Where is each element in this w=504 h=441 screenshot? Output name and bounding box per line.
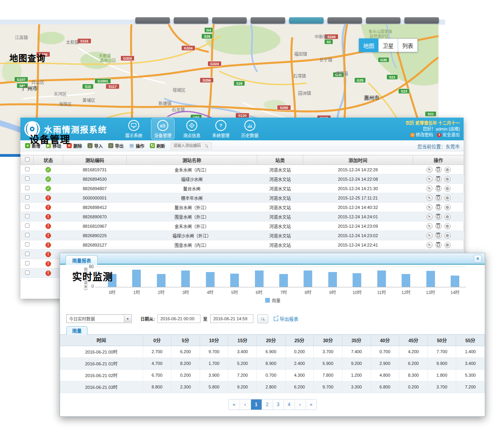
page-1-button[interactable]: 1 [251, 399, 262, 410]
row-checkbox[interactable] [25, 214, 29, 218]
nav-历史数据[interactable]: 历史数据 [238, 118, 262, 140]
window-tab[interactable] [251, 17, 285, 24]
toolbar-导入-button[interactable]: ↓导入 [87, 143, 103, 149]
map-control-列表[interactable]: 列表 [398, 38, 418, 52]
first-page-button[interactable]: « [229, 399, 240, 410]
gear-icon[interactable]: ⚙ [444, 242, 451, 248]
station-row[interactable]: ! 8816810967 金禾水闸（外江） 河道水文站 2015-12-24 1… [21, 221, 464, 231]
page-4-button[interactable]: 4 [284, 399, 295, 410]
row-checkbox[interactable] [25, 195, 29, 200]
window-tab[interactable] [289, 17, 324, 24]
window-tab[interactable] [212, 17, 247, 24]
rain-value: 4.800 [371, 369, 399, 381]
row-checkbox[interactable] [25, 252, 29, 256]
gear-icon[interactable]: ⚙ [444, 195, 451, 201]
nav-设备管理[interactable]: 设备管理 [151, 118, 175, 140]
map-control-地图[interactable]: 地图 [359, 38, 378, 52]
date-from-input[interactable] [157, 314, 200, 323]
row-checkbox[interactable] [25, 223, 29, 228]
trash-icon[interactable] [435, 167, 442, 173]
edit-icon[interactable]: ✎ [426, 167, 433, 173]
gear-icon[interactable]: ⚙ [444, 204, 451, 211]
edit-icon[interactable]: ✎ [426, 223, 433, 229]
gear-icon[interactable]: ⚙ [444, 167, 451, 173]
map-control-卫星[interactable]: 卫星 [378, 38, 398, 52]
logout-link[interactable]: 安全退出 [437, 132, 460, 138]
map-place-label: 石湾镇 [293, 73, 306, 78]
key-icon [410, 133, 415, 137]
window-tab[interactable] [174, 17, 208, 24]
row-checkbox[interactable] [25, 233, 29, 237]
edit-icon[interactable]: ✎ [426, 195, 433, 201]
tab-rain[interactable]: 雨量 [66, 326, 87, 335]
power-icon [437, 133, 441, 137]
station-row[interactable]: ! 8826890670 围垦水闸（外江） 河道水文站 2015-12-24 1… [21, 212, 464, 221]
window-tab[interactable] [328, 17, 362, 24]
rain-value: 3.300 [342, 381, 371, 393]
trash-icon[interactable] [435, 242, 442, 248]
next-page-button[interactable]: › [295, 399, 306, 410]
row-checkbox[interactable] [25, 242, 29, 247]
rain-value: 8.800 [143, 381, 171, 393]
chevron-down-icon[interactable]: ▼ [124, 315, 131, 322]
trash-icon[interactable] [435, 232, 442, 239]
row-checkbox[interactable] [25, 205, 29, 209]
page-3-button[interactable]: 3 [273, 399, 284, 410]
row-checkbox[interactable] [25, 176, 29, 181]
trash-icon[interactable] [435, 223, 442, 229]
gear-icon[interactable]: ⚙ [444, 214, 451, 220]
date-to-input[interactable] [210, 314, 253, 323]
row-checkbox[interactable] [25, 186, 29, 190]
gear-icon[interactable]: ⚙ [444, 223, 451, 229]
station-row[interactable]: ✓ 8826894530 福绿沙水闸 河道水文站 2015-12-24 14:2… [21, 174, 464, 184]
trash-icon[interactable] [435, 176, 442, 182]
change-password-link[interactable]: 修改密码 [410, 132, 433, 138]
edit-icon[interactable]: ✎ [426, 242, 433, 248]
toolbar-刷新-button[interactable]: ↻刷新 [150, 143, 165, 149]
export-report-link[interactable]: 导出报表 [274, 316, 298, 322]
trash-icon[interactable] [435, 214, 442, 220]
row-checkbox[interactable] [25, 167, 29, 171]
trash-icon[interactable] [435, 195, 442, 201]
map-place-label: 新塘镇 [158, 101, 171, 106]
rain-time: 2016-06-21 00时 [60, 346, 143, 358]
tab-rain-report[interactable]: 雨量报表 [66, 255, 98, 265]
station-row[interactable]: ! 8826893127 围垦水闸（内江） 河道水文站 2015-12-24 1… [21, 240, 464, 250]
trash-icon[interactable] [435, 185, 442, 192]
query-button[interactable] [257, 314, 268, 323]
station-row[interactable]: ! 8826890225 福禄沙水闸（外江） 河道水文站 2015-12-24 … [21, 231, 464, 240]
prev-page-button[interactable]: ‹ [240, 399, 251, 410]
toolbar-导出-button[interactable]: ↑导出 [108, 143, 124, 149]
window-tab[interactable] [135, 17, 170, 24]
station-search-box[interactable] [171, 142, 212, 149]
edit-icon[interactable]: ✎ [426, 185, 433, 192]
edit-icon[interactable]: ✎ [426, 204, 433, 211]
data-type-select[interactable]: 今日实时数据 ▼ [66, 314, 132, 323]
edit-icon[interactable]: ✎ [426, 232, 433, 239]
gear-icon[interactable]: ⚙ [444, 232, 451, 239]
gear-icon[interactable]: ⚙ [444, 176, 451, 182]
road-badge: S117 [106, 84, 120, 89]
station-search-input[interactable] [173, 143, 205, 148]
edit-icon[interactable]: ✎ [426, 214, 433, 220]
window-tab[interactable] [366, 17, 400, 24]
window-tab[interactable] [404, 17, 439, 24]
row-checkbox[interactable] [25, 270, 29, 275]
edit-icon[interactable]: ✎ [426, 176, 433, 182]
nav-展示系统[interactable]: 展示系统 [122, 118, 146, 140]
select-all-checkbox[interactable] [25, 157, 29, 162]
page-2-button[interactable]: 2 [262, 399, 273, 410]
trash-icon[interactable] [435, 204, 442, 211]
gear-icon[interactable]: ⚙ [444, 185, 451, 192]
station-row[interactable]: ✓ 8826894807 鳌台水闸 河道水文站 2015-12-24 14:21… [21, 184, 464, 193]
rain-value: 3.400 [456, 358, 485, 369]
last-page-button[interactable]: » [306, 399, 317, 410]
station-row[interactable]: ✓ 8816819731 金禾水闸（内江） 河道水文站 2015-12-24 1… [21, 165, 464, 174]
nav-测点信息[interactable]: 测点信息 [180, 118, 204, 140]
toolbar-操作-button[interactable]: ▤操作 [129, 143, 144, 149]
close-icon[interactable]: × [474, 255, 482, 263]
station-row[interactable]: ! 0000000001 穗丰年水闸 河道水文站 2015-12-25 17:1… [21, 193, 464, 203]
nav-系统管理[interactable]: ?系统管理 [209, 118, 233, 140]
station-row[interactable]: ! 8826898412 鳌台水闸（外江） 河道水文站 2015-12-24 1… [21, 203, 464, 212]
row-checkbox[interactable] [25, 261, 29, 265]
